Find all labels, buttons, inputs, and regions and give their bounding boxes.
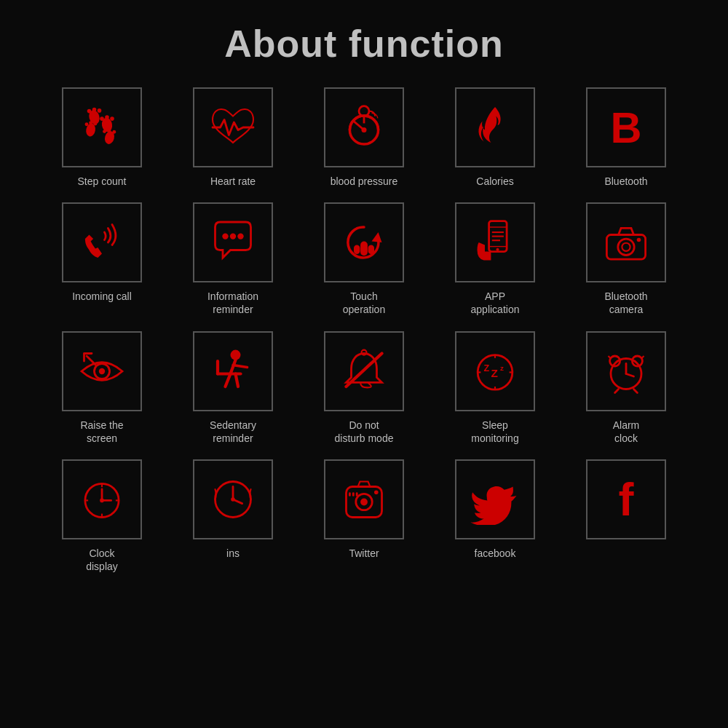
svg-point-7 [85, 122, 89, 126]
icon-box-touch-operation [324, 202, 404, 282]
page-title: About function [224, 22, 504, 66]
label-sedentary-reminder: Sedentaryreminder [210, 419, 256, 445]
svg-point-80 [231, 497, 235, 502]
svg-line-68 [634, 389, 638, 392]
svg-point-76 [100, 499, 104, 503]
twitter-icon [470, 474, 521, 525]
icon-box-app-application [455, 202, 535, 282]
cell-information-reminder: Informationreminder [175, 202, 291, 316]
ins-icon [339, 474, 389, 525]
svg-point-37 [618, 239, 634, 255]
cell-heart-rate: Heart rate [175, 87, 291, 188]
icon-box-ins [324, 459, 404, 539]
svg-point-18 [362, 127, 367, 132]
touch-operation-icon [339, 217, 389, 268]
cell-find-bracelet: ins [175, 459, 291, 573]
incoming-call-icon [76, 217, 127, 268]
sleep-monitoring-icon: Z Z z [470, 346, 521, 397]
icon-box-do-not-disturb [324, 331, 404, 411]
icon-box-heart-rate [193, 87, 273, 167]
bluetooth-icon: B [601, 102, 652, 153]
label-calories: Calories [476, 175, 513, 188]
icon-box-alarm-clock [586, 331, 666, 411]
label-raise-screen: Raise thescreen [80, 419, 123, 445]
information-reminder-icon [207, 217, 258, 268]
icon-box-clock-display [62, 459, 142, 539]
cell-app-application: APPapplication [437, 202, 553, 316]
cell-sedentary-reminder: Sedentaryreminder [175, 331, 291, 445]
svg-point-6 [98, 108, 102, 113]
heart-rate-icon [207, 102, 258, 153]
svg-point-10 [100, 116, 104, 121]
svg-text:z: z [500, 363, 504, 371]
raise-screen-icon [76, 346, 127, 397]
blood-pressure-icon [339, 102, 389, 153]
icon-box-step-count [62, 87, 142, 167]
label-do-not-disturb: Do notdisturb mode [335, 419, 394, 445]
icon-box-sedentary-reminder [193, 331, 273, 411]
svg-point-13 [103, 130, 106, 133]
svg-line-49 [233, 365, 248, 367]
app-application-icon [470, 217, 521, 268]
svg-point-11 [105, 115, 109, 119]
svg-point-41 [99, 368, 105, 373]
bluetooth-camera-icon [601, 217, 652, 268]
icon-box-find-bracelet [193, 459, 273, 539]
icon-box-blood-pressure [324, 87, 404, 167]
sedentary-reminder-icon [207, 346, 258, 397]
svg-rect-27 [354, 245, 360, 255]
svg-marker-25 [372, 232, 382, 242]
label-touch-operation: Touchoperation [343, 290, 385, 316]
svg-text:Z: Z [491, 367, 497, 379]
icon-box-facebook: f [586, 459, 666, 539]
label-clock-display: Clockdisplay [86, 547, 118, 573]
cell-clock-display: Clockdisplay [44, 459, 160, 573]
label-twitter: facebook [475, 547, 516, 560]
cell-bluetooth: B Bluetooth [568, 87, 684, 188]
clock-display-icon [76, 474, 127, 525]
cell-blood-pressure: blood pressure [306, 87, 422, 188]
label-heart-rate: Heart rate [210, 175, 256, 188]
cell-incoming-call: Incoming call [44, 202, 160, 316]
cell-raise-screen: Raise thescreen [44, 331, 160, 445]
svg-point-4 [87, 109, 92, 114]
label-information-reminder: Informationreminder [207, 290, 258, 316]
svg-text:B: B [611, 103, 642, 152]
icon-box-calories [455, 87, 535, 167]
svg-line-65 [609, 356, 612, 359]
label-sleep-monitoring: Sleepmonitoring [471, 419, 518, 445]
svg-point-24 [237, 234, 243, 240]
icon-box-sleep-monitoring: Z Z z [455, 331, 535, 411]
cell-touch-operation: Touchoperation [306, 202, 422, 316]
svg-line-66 [641, 356, 644, 359]
label-ins: Twitter [349, 547, 379, 560]
cell-step-count: Step count [44, 87, 160, 188]
cell-ins: Twitter [306, 459, 422, 573]
label-alarm-clock: Alarmclock [613, 419, 640, 445]
cell-sleep-monitoring: Z Z z Sleepmonitoring [437, 331, 553, 445]
svg-line-44 [231, 360, 236, 373]
svg-point-83 [360, 499, 368, 506]
svg-point-15 [112, 130, 116, 134]
label-step-count: Step count [78, 175, 127, 188]
cell-bluetooth-camera: Bluetoothcamera [568, 202, 684, 316]
cell-calories: Calories [437, 87, 553, 188]
svg-point-87 [374, 490, 379, 494]
svg-rect-28 [368, 245, 374, 255]
svg-point-14 [107, 129, 111, 132]
cell-do-not-disturb: Do notdisturb mode [306, 331, 422, 445]
icon-box-incoming-call [62, 202, 142, 282]
svg-point-38 [622, 243, 630, 251]
calories-icon [470, 102, 521, 153]
svg-line-67 [615, 389, 619, 392]
cell-twitter: facebook [437, 459, 553, 573]
label-bluetooth-camera: Bluetoothcamera [604, 290, 647, 316]
svg-rect-26 [360, 242, 368, 256]
svg-line-62 [626, 373, 634, 376]
svg-text:Z: Z [484, 363, 490, 373]
icon-box-twitter [455, 459, 535, 539]
label-find-bracelet: ins [226, 547, 240, 560]
label-app-application: APPapplication [471, 290, 520, 316]
svg-line-47 [236, 373, 239, 387]
cell-facebook: f [568, 459, 684, 573]
